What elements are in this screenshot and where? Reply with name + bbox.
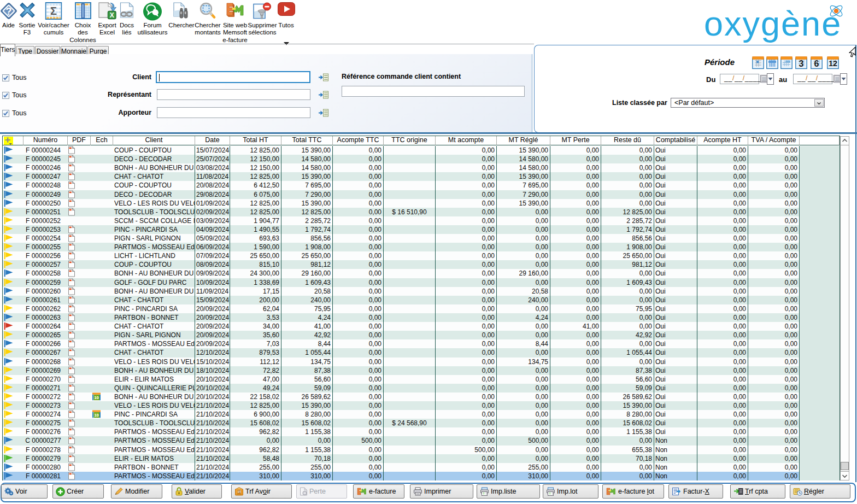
svg-text:6: 6 bbox=[814, 59, 819, 68]
svg-text:Σ: Σ bbox=[50, 5, 57, 17]
svg-text:10: 10 bbox=[95, 395, 99, 400]
svg-text:$: $ bbox=[238, 490, 240, 494]
svg-text:3: 3 bbox=[799, 59, 804, 68]
svg-text:X: X bbox=[110, 11, 114, 19]
svg-text:?: ? bbox=[5, 6, 11, 17]
svg-text:12: 12 bbox=[829, 59, 837, 68]
svg-text:10: 10 bbox=[95, 413, 99, 418]
